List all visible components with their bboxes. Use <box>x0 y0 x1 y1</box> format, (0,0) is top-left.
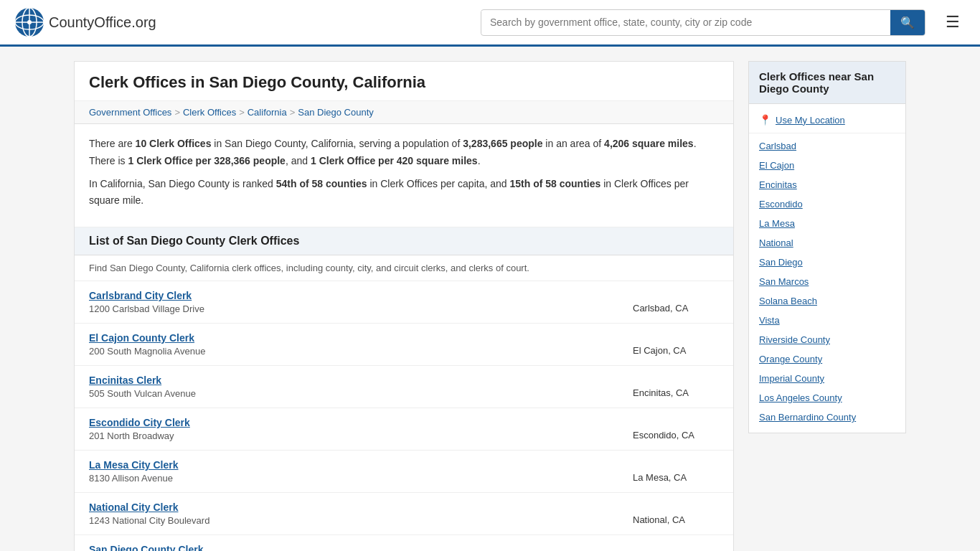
use-my-location-link[interactable]: Use My Location <box>776 115 845 126</box>
sidebar-link[interactable]: San Marcos <box>759 276 809 287</box>
office-entry-left: Encinitas Clerk 505 South Vulcan Avenue <box>89 375 626 399</box>
office-city: National, CA <box>633 501 719 525</box>
sidebar-item-el-cajon: El Cajon <box>749 156 905 175</box>
stats-line2: In California, San Diego County is ranke… <box>89 176 719 210</box>
sidebar-item-san-marcos: San Marcos <box>749 272 905 291</box>
breadcrumb-link-clerk-offices[interactable]: Clerk Offices <box>183 107 236 118</box>
use-location-item: 📍 Use My Location <box>749 110 905 130</box>
sidebar-link[interactable]: Riverside County <box>759 334 830 345</box>
office-address: 8130 Allison Avenue <box>89 473 173 484</box>
sidebar-link[interactable]: Vista <box>759 315 780 326</box>
sidebar-link[interactable]: San Bernardino County <box>759 412 856 423</box>
office-entry-left: Escondido City Clerk 201 North Broadway <box>89 417 626 441</box>
table-row: Carlsbrand City Clerk 1200 Carlsbad Vill… <box>75 281 733 324</box>
sidebar-link[interactable]: La Mesa <box>759 218 795 229</box>
office-address: 1243 National City Boulevard <box>89 515 209 526</box>
breadcrumb: Government Offices > Clerk Offices > Cal… <box>75 101 733 124</box>
office-address: 1200 Carlsbad Village Drive <box>89 303 204 314</box>
sidebar-item-solana-beach: Solana Beach <box>749 291 905 311</box>
office-name-link[interactable]: National City Clerk <box>89 501 626 513</box>
office-address: 505 South Vulcan Avenue <box>89 388 196 399</box>
office-city: La Mesa, CA <box>633 459 719 483</box>
office-city: Encinitas, CA <box>633 375 719 398</box>
location-pin-icon: 📍 <box>759 114 771 126</box>
sidebar-item-la-mesa: La Mesa <box>749 214 905 233</box>
table-row: El Cajon County Clerk 200 South Magnolia… <box>75 324 733 366</box>
office-city <box>633 544 719 551</box>
table-row: La Mesa City Clerk 8130 Allison Avenue L… <box>75 451 733 493</box>
sidebar-item-escondido: Escondido <box>749 194 905 214</box>
sidebar-item-vista: Vista <box>749 311 905 330</box>
sidebar-link[interactable]: Encinitas <box>759 179 797 190</box>
sidebar-item-los-angeles-county: Los Angeles County <box>749 388 905 408</box>
list-header: List of San Diego County Clerk Offices <box>75 227 733 255</box>
main-content: Clerk Offices in San Diego County, Calif… <box>74 61 734 551</box>
sidebar-divider <box>749 133 905 133</box>
table-row: San Diego County Clerk <box>75 535 733 551</box>
office-name-link[interactable]: Escondido City Clerk <box>89 417 626 428</box>
sidebar-link[interactable]: San Diego <box>759 257 803 268</box>
sidebar-link[interactable]: El Cajon <box>759 160 794 171</box>
search-input[interactable] <box>481 11 890 34</box>
sidebar-item-national: National <box>749 233 905 253</box>
search-icon: 🔍 <box>900 17 915 29</box>
sidebar-item-carlsbad: Carlsbad <box>749 136 905 156</box>
list-description: Find San Diego County, California clerk … <box>75 255 733 281</box>
sidebar-link[interactable]: Orange County <box>759 354 822 364</box>
sidebar-item-orange-county: Orange County <box>749 349 905 369</box>
sidebar-link[interactable]: Imperial County <box>759 373 824 384</box>
office-city: Carlsbad, CA <box>633 290 719 314</box>
office-city: El Cajon, CA <box>633 332 719 356</box>
sidebar-link[interactable]: Los Angeles County <box>759 392 842 403</box>
office-list: Carlsbrand City Clerk 1200 Carlsbad Vill… <box>75 281 733 551</box>
sidebar-link[interactable]: Escondido <box>759 199 803 209</box>
sidebar-item-encinitas: Encinitas <box>749 175 905 194</box>
office-name-link[interactable]: Encinitas Clerk <box>89 375 626 386</box>
logo-icon <box>14 7 44 37</box>
site-header: CountyOffice.org 🔍 ☰ <box>0 0 980 47</box>
sidebar-links-list: CarlsbadEl CajonEncinitasEscondidoLa Mes… <box>749 136 905 427</box>
sidebar-links: 📍 Use My Location CarlsbadEl CajonEncini… <box>749 104 905 433</box>
menu-button[interactable]: ☰ <box>940 10 966 34</box>
sidebar: Clerk Offices near San Diego County 📍 Us… <box>748 61 906 551</box>
logo-link[interactable]: CountyOffice.org <box>14 7 156 37</box>
breadcrumb-link-government-offices[interactable]: Government Offices <box>89 107 171 118</box>
office-name-link[interactable]: La Mesa City Clerk <box>89 459 626 471</box>
search-button[interactable]: 🔍 <box>890 10 925 35</box>
sidebar-item-riverside-county: Riverside County <box>749 330 905 349</box>
search-bar: 🔍 <box>481 9 925 36</box>
sidebar-item-imperial-county: Imperial County <box>749 369 905 388</box>
office-name-link[interactable]: San Diego County Clerk <box>89 544 626 551</box>
content-wrapper: Clerk Offices in San Diego County, Calif… <box>60 47 920 551</box>
table-row: National City Clerk 1243 National City B… <box>75 493 733 535</box>
sidebar-link[interactable]: National <box>759 237 793 248</box>
breadcrumb-link-san-diego-county[interactable]: San Diego County <box>298 107 374 118</box>
sidebar-item-san-diego: San Diego <box>749 253 905 272</box>
stats-line1: There are 10 Clerk Offices in San Diego … <box>89 136 719 170</box>
office-address: 201 North Broadway <box>89 430 174 441</box>
stats-section: There are 10 Clerk Offices in San Diego … <box>75 124 733 227</box>
breadcrumb-sep-2: > <box>239 107 245 118</box>
sidebar-title: Clerk Offices near San Diego County <box>749 62 905 104</box>
logo-text: CountyOffice.org <box>49 14 156 31</box>
breadcrumb-sep-3: > <box>290 107 296 118</box>
office-address: 200 South Magnolia Avenue <box>89 346 205 357</box>
office-name-link[interactable]: El Cajon County Clerk <box>89 332 626 344</box>
breadcrumb-link-california[interactable]: California <box>248 107 287 118</box>
office-entry-left: El Cajon County Clerk 200 South Magnolia… <box>89 332 626 357</box>
sidebar-box: Clerk Offices near San Diego County 📍 Us… <box>748 61 906 433</box>
office-entry-left: National City Clerk 1243 National City B… <box>89 501 626 526</box>
office-name-link[interactable]: Carlsbrand City Clerk <box>89 290 626 301</box>
page-title: Clerk Offices in San Diego County, Calif… <box>75 62 733 101</box>
sidebar-link[interactable]: Solana Beach <box>759 296 817 306</box>
office-entry-left: Carlsbrand City Clerk 1200 Carlsbad Vill… <box>89 290 626 314</box>
office-city: Escondido, CA <box>633 417 719 441</box>
sidebar-link[interactable]: Carlsbad <box>759 141 796 151</box>
table-row: Encinitas Clerk 505 South Vulcan Avenue … <box>75 366 733 408</box>
breadcrumb-sep-1: > <box>174 107 180 118</box>
hamburger-icon: ☰ <box>946 13 960 31</box>
office-entry-left: San Diego County Clerk <box>89 544 626 551</box>
table-row: Escondido City Clerk 201 North Broadway … <box>75 408 733 451</box>
office-entry-left: La Mesa City Clerk 8130 Allison Avenue <box>89 459 626 484</box>
sidebar-item-san-bernardino-county: San Bernardino County <box>749 408 905 427</box>
